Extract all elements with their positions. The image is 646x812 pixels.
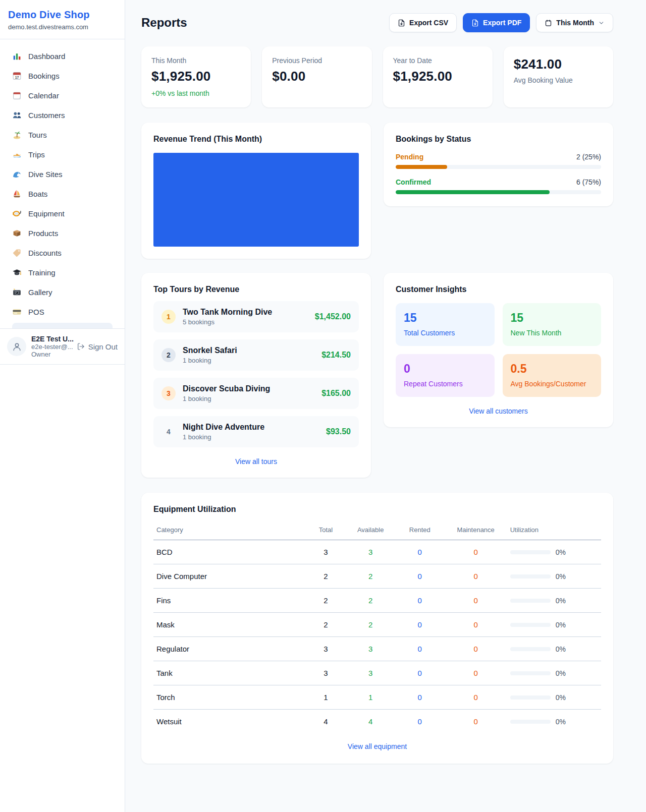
equipment-table: Category Total Available Rented Maintena…	[153, 521, 601, 733]
cell-total: 2	[306, 589, 346, 613]
stat-delta: +0% vs last month	[151, 89, 241, 97]
discounts-icon	[12, 248, 22, 258]
utilization-text: 0%	[556, 693, 566, 702]
col-maintenance: Maintenance	[445, 521, 507, 540]
equipment-icon	[12, 209, 22, 218]
revenue-trend-panel: Revenue Trend (This Month)	[141, 123, 371, 259]
tour-name: Night Dive Adventure	[183, 423, 319, 432]
rank-badge: 1	[162, 310, 176, 324]
sidebar-item-boats[interactable]: Boats	[6, 184, 119, 204]
svg-text:17: 17	[15, 76, 19, 79]
cell-category: Wetsuit	[153, 710, 306, 734]
stat-card-avg-booking-value: $241.00 Avg Booking Value	[504, 46, 613, 107]
sign-out-button[interactable]: Sign Out	[77, 342, 118, 351]
page-title: Reports	[141, 16, 187, 30]
sidebar-item-trips[interactable]: Trips	[6, 145, 119, 164]
sidebar-item-tours[interactable]: Tours	[6, 125, 119, 145]
trips-icon	[12, 150, 22, 159]
sidebar-item-products[interactable]: Products	[6, 223, 119, 243]
sidebar-item-gallery[interactable]: Gallery	[6, 282, 119, 302]
cell-category: Dive Computer	[153, 564, 306, 589]
stat-card-this-month: This Month $1,925.00 +0% vs last month	[141, 46, 251, 107]
status-bar-track	[396, 165, 601, 169]
sidebar-item-dive-sites[interactable]: Dive Sites	[6, 164, 119, 184]
sidebar-item-label: Products	[28, 229, 58, 238]
cell-utilization: 0%	[507, 637, 601, 661]
top-tours-title: Top Tours by Revenue	[153, 285, 359, 294]
bookings-by-status-title: Bookings by Status	[396, 135, 601, 144]
products-icon	[12, 228, 22, 238]
stat-label: Previous Period	[272, 56, 361, 65]
export-csv-button[interactable]: Export CSV	[389, 13, 457, 32]
user-role: Owner	[31, 351, 72, 358]
sidebar-item-calendar[interactable]: Calendar	[6, 86, 119, 105]
view-all-equipment-link[interactable]: View all equipment	[153, 742, 601, 750]
view-all-customers-link[interactable]: View all customers	[396, 407, 601, 415]
sidebar-item-dashboard[interactable]: Dashboard	[6, 46, 119, 66]
pos-icon	[12, 307, 22, 317]
insight-value: 0	[404, 362, 487, 376]
status-label: Pending	[396, 153, 423, 161]
insight-label: New This Month	[511, 329, 594, 337]
tour-revenue: $1,452.00	[315, 312, 351, 321]
cell-category: Torch	[153, 685, 306, 710]
utilization-bar-track	[510, 695, 551, 700]
export-pdf-button[interactable]: Export PDF	[463, 13, 530, 32]
sidebar-item-reports-partial[interactable]	[12, 323, 113, 328]
table-row: BCD 3 3 0 0 0%	[153, 540, 601, 564]
sidebar-nav: Dashboard 17 Bookings Calendar Customers…	[0, 39, 125, 328]
calendar-icon	[12, 91, 22, 100]
tour-list-item: 2 Snorkel Safari 1 booking $214.50	[153, 339, 359, 371]
calendar-outline-icon	[545, 19, 552, 27]
tour-list-item: 3 Discover Scuba Diving 1 booking $165.0…	[153, 378, 359, 409]
tours-icon	[12, 130, 22, 140]
cell-total: 2	[306, 564, 346, 589]
export-pdf-label: Export PDF	[483, 19, 521, 27]
equipment-utilization-title: Equipment Utilization	[153, 505, 601, 514]
period-selector[interactable]: This Month	[536, 13, 613, 32]
sidebar-item-pos[interactable]: POS	[6, 302, 119, 322]
sidebar-item-label: Customers	[28, 111, 65, 120]
file-export-icon	[471, 19, 479, 27]
sidebar-item-equipment[interactable]: Equipment	[6, 204, 119, 223]
revenue-trend-title: Revenue Trend (This Month)	[153, 135, 359, 144]
cell-rented: 0	[395, 613, 445, 637]
tour-bookings: 1 booking	[183, 357, 314, 364]
utilization-bar-track	[510, 550, 551, 554]
sidebar-item-bookings[interactable]: 17 Bookings	[6, 66, 119, 86]
cell-category: Mask	[153, 613, 306, 637]
sidebar-item-label: Calendar	[28, 91, 59, 100]
utilization-text: 0%	[556, 621, 566, 629]
tour-bookings: 1 booking	[183, 395, 314, 402]
dive-sites-icon	[12, 169, 22, 179]
view-all-tours-link[interactable]: View all tours	[153, 457, 359, 466]
cell-maintenance: 0	[445, 613, 507, 637]
cell-category: Fins	[153, 589, 306, 613]
header-actions: Export CSV Export PDF This Month	[389, 13, 613, 32]
tour-name: Two Tank Morning Dive	[183, 308, 308, 317]
sidebar-item-training[interactable]: Training	[6, 263, 119, 282]
sidebar-item-label: Equipment	[28, 209, 65, 218]
cell-total: 3	[306, 637, 346, 661]
stat-label: Avg Booking Value	[514, 76, 603, 84]
customers-icon	[12, 110, 22, 120]
status-count: 6 (75%)	[576, 178, 601, 186]
customer-insights-title: Customer Insights	[396, 285, 601, 294]
tour-list-item: 4 Night Dive Adventure 1 booking $93.50	[153, 416, 359, 447]
sidebar-item-label: Dashboard	[28, 52, 65, 61]
page-header: Reports Export CSV Export PDF This Month	[141, 13, 613, 32]
sidebar-item-discounts[interactable]: Discounts	[6, 243, 119, 263]
cell-maintenance: 0	[445, 540, 507, 564]
cell-available: 4	[346, 710, 395, 734]
tour-bookings: 1 booking	[183, 433, 319, 441]
cell-available: 3	[346, 637, 395, 661]
cell-rented: 0	[395, 685, 445, 710]
table-row: Regulator 3 3 0 0 0%	[153, 637, 601, 661]
stat-card-year-to-date: Year to Date $1,925.00	[383, 46, 493, 107]
main-content: Reports Export CSV Export PDF This Month	[125, 0, 646, 812]
sidebar-item-customers[interactable]: Customers	[6, 105, 119, 125]
cell-maintenance: 0	[445, 710, 507, 734]
insight-value: 0.5	[511, 362, 594, 376]
sidebar-item-label: Bookings	[28, 72, 60, 80]
cell-available: 2	[346, 613, 395, 637]
